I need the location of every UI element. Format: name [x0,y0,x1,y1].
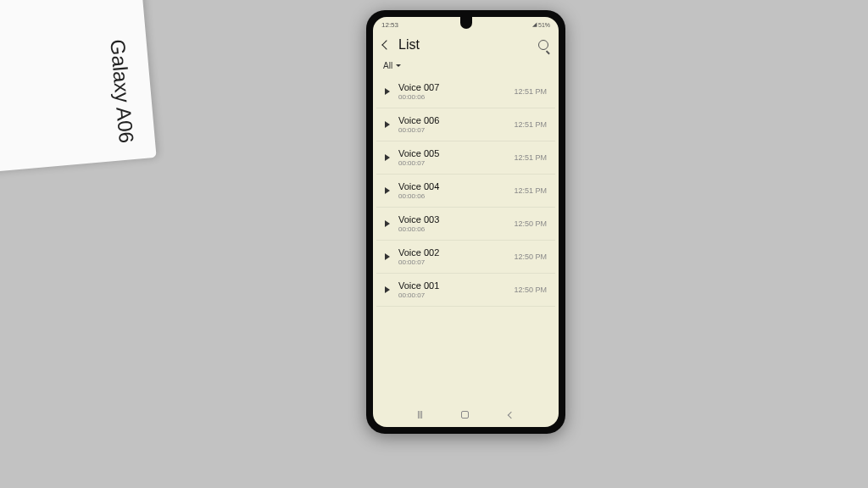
page-title: List [398,37,530,53]
app-header: List [373,30,559,59]
list-item[interactable]: Voice 006 00:00:07 12:51 PM [376,108,555,141]
home-button[interactable] [461,411,469,419]
nav-bar [373,406,559,424]
recording-title: Voice 005 [398,148,505,158]
recording-time: 12:51 PM [514,186,547,195]
recording-title: Voice 006 [398,115,505,125]
battery-text: 51% [538,22,550,28]
signal-icon: ◢ [532,21,537,28]
recording-time: 12:50 PM [514,286,547,294]
recording-duration: 00:00:07 [398,126,505,134]
play-icon[interactable] [385,154,390,161]
play-icon[interactable] [385,88,390,95]
filter-dropdown[interactable]: All [373,59,559,75]
recents-button[interactable] [418,411,422,419]
list-item[interactable]: Voice 001 00:00:07 12:50 PM [376,274,555,307]
recording-duration: 00:00:07 [398,258,505,266]
recording-time: 12:50 PM [514,252,547,261]
recording-duration: 00:00:06 [398,93,505,101]
list-item[interactable]: Voice 003 00:00:06 12:50 PM [376,208,555,241]
list-item[interactable]: Voice 002 00:00:07 12:50 PM [376,241,555,274]
phone-frame: 12:53 ◢ 51% List All Voice 007 00:00:06 [366,10,565,434]
nav-back-button[interactable] [508,411,515,418]
list-item[interactable]: Voice 005 00:00:07 12:51 PM [376,141,555,175]
recording-time: 12:51 PM [514,87,547,96]
recording-title: Voice 001 [398,280,505,291]
play-icon[interactable] [385,286,390,293]
recording-duration: 00:00:07 [398,291,505,299]
play-icon[interactable] [385,220,390,227]
search-icon[interactable] [538,40,548,50]
notch [460,17,472,29]
back-icon[interactable] [381,40,391,49]
recording-title: Voice 004 [398,181,505,191]
recording-time: 12:51 PM [514,120,547,129]
recording-duration: 00:00:06 [398,225,505,233]
play-icon[interactable] [385,187,390,194]
recordings-list: Voice 007 00:00:06 12:51 PM Voice 006 00… [373,75,559,307]
list-item[interactable]: Voice 007 00:00:06 12:51 PM [376,75,555,108]
recording-title: Voice 007 [398,82,505,92]
recording-title: Voice 002 [398,247,505,258]
list-item[interactable]: Voice 004 00:00:06 12:51 PM [376,175,555,208]
play-icon[interactable] [385,253,390,260]
product-box-label: Galaxy A06 [105,38,138,144]
recording-duration: 00:00:06 [398,192,505,200]
status-time: 12:53 [381,21,398,29]
filter-label: All [383,61,392,70]
product-box: Galaxy A06 [0,0,157,172]
chevron-down-icon [396,64,401,67]
recording-time: 12:50 PM [514,219,547,228]
play-icon[interactable] [385,121,390,128]
recording-title: Voice 003 [398,214,505,225]
recording-duration: 00:00:07 [398,159,505,167]
recording-time: 12:51 PM [514,153,547,162]
phone-screen: 12:53 ◢ 51% List All Voice 007 00:00:06 [373,17,559,427]
